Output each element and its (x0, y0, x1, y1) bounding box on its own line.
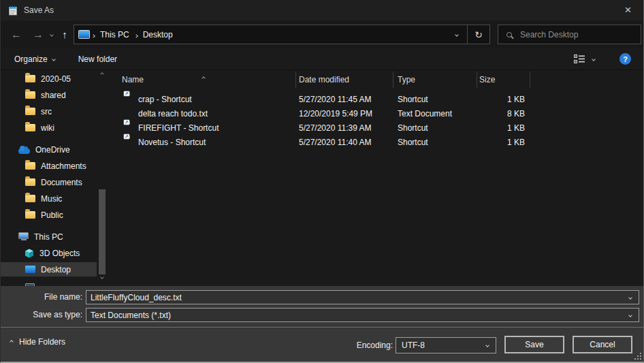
encoding-select[interactable]: UTF-8 (396, 337, 496, 353)
sidebar-item-attachments[interactable]: Attachments (1, 159, 97, 173)
details-view-icon[interactable] (574, 54, 585, 63)
breadcrumb-desktop[interactable]: Desktop (140, 30, 176, 40)
desktop-monitor-icon (25, 266, 35, 273)
toolbar-right-group: ? (574, 53, 631, 65)
sidebar-item-shared[interactable]: shared (1, 88, 97, 102)
new-folder-button[interactable]: New folder (78, 54, 117, 64)
chevron-down-icon[interactable] (479, 344, 496, 347)
sidebar-scrollbar-thumb[interactable] (99, 189, 106, 274)
resize-grip[interactable] (634, 352, 643, 360)
file-row-novetus-shortcut[interactable]: ↗ Novetus - Shortcut 5/27/2020 11:40 AM … (110, 136, 644, 150)
breadcrumb-this-pc[interactable]: This PC (97, 30, 132, 40)
sidebar-item-label: shared (41, 91, 66, 100)
sidebar-item-label: wiki (41, 123, 54, 133)
address-bar[interactable]: This PC Desktop ↻ (74, 25, 490, 44)
sidebar-item-documents[interactable]: Documents (1, 175, 97, 189)
save-button-label: Save (525, 340, 543, 349)
file-type: Text Document (398, 107, 452, 121)
chevron-down-icon (50, 33, 54, 37)
file-type: Shortcut (398, 93, 428, 107)
footer-divider (1, 327, 643, 328)
sidebar-item-2020-05[interactable]: 2020-05 (1, 72, 97, 86)
sidebar-item-public[interactable]: Public (1, 208, 97, 222)
file-type: Shortcut (398, 136, 428, 150)
sidebar-item-wiki[interactable]: wiki (1, 121, 97, 135)
file-row-firefight-shortcut[interactable]: ↗ FIREFIGHT - Shortcut 5/27/2020 11:39 A… (110, 121, 644, 136)
save-as-type-select[interactable]: Text Documents (*.txt) (86, 308, 639, 322)
sidebar-item-label: Documents (41, 178, 82, 187)
search-input[interactable] (520, 30, 629, 40)
notepad-app-icon (7, 5, 18, 16)
computer-icon (18, 232, 29, 239)
close-button[interactable]: × (613, 0, 643, 20)
forward-icon: → (33, 29, 44, 41)
back-button[interactable]: ← (6, 20, 27, 48)
file-list: Name Date modified Type Size ↗ crap - Sh… (110, 70, 644, 286)
organize-button[interactable]: Organize (14, 54, 55, 64)
sidebar-item-src[interactable]: src (1, 104, 97, 119)
folder-icon (25, 162, 35, 170)
folder-icon (25, 195, 35, 202)
title-bar: Save As × (1, 0, 643, 20)
encoding-value: UTF-8 (396, 341, 479, 350)
navigation-pane: 2020-05 shared src wiki OneDrive Attachm… (1, 70, 110, 286)
navigation-bar: ← → ↑ This PC Desktop ↻ (1, 20, 643, 48)
sidebar-item-3d-objects[interactable]: 3D Objects (1, 246, 97, 260)
help-icon: ? (623, 55, 628, 63)
sidebar-item-label: Attachments (41, 161, 86, 171)
sidebar-item-music[interactable]: Music (1, 191, 97, 206)
refresh-button[interactable]: ↻ (468, 25, 489, 44)
sidebar-item-onedrive[interactable]: OneDrive (1, 142, 97, 157)
column-header-name[interactable]: Name (122, 72, 144, 88)
column-header-date-modified[interactable]: Date modified (299, 72, 349, 88)
back-icon: ← (11, 29, 22, 41)
sidebar-item-label: Music (41, 194, 62, 204)
file-name: Novetus - Shortcut (138, 136, 206, 150)
file-date: 5/27/2020 11:40 AM (299, 136, 372, 150)
sidebar-item-partial[interactable] (1, 280, 97, 286)
up-button[interactable]: ↑ (57, 20, 73, 48)
search-box[interactable] (498, 25, 641, 44)
save-as-type-label: Save as type: (1, 308, 82, 322)
file-date: 5/27/2020 11:45 AM (299, 93, 372, 107)
column-divider[interactable] (530, 72, 530, 88)
refresh-icon: ↻ (474, 29, 483, 40)
file-name-combobox[interactable] (86, 290, 639, 304)
file-size: 1 KB (450, 136, 525, 150)
column-divider[interactable] (295, 72, 296, 88)
sidebar-scroll-down-button[interactable] (98, 276, 106, 279)
address-dropdown-button[interactable] (447, 25, 467, 44)
file-type: Shortcut (398, 121, 428, 136)
sidebar-item-desktop[interactable]: Desktop (1, 262, 97, 277)
hide-folders-label: Hide Folders (19, 337, 65, 347)
file-size: 8 KB (450, 107, 525, 121)
help-button[interactable]: ? (619, 53, 631, 65)
column-header-size[interactable]: Size (479, 72, 495, 88)
sidebar-item-label: 3D Objects (39, 249, 80, 258)
chevron-down-icon (100, 275, 104, 279)
file-name: delta reach todo.txt (138, 107, 208, 121)
save-button[interactable]: Save (504, 336, 564, 353)
folder-icon (25, 211, 35, 219)
sidebar-scroll-up-button[interactable] (98, 73, 106, 76)
cancel-button-label: Cancel (590, 340, 615, 349)
up-icon: ↑ (62, 29, 67, 40)
folder-icon (25, 75, 35, 82)
encoding-label: Encoding: (287, 337, 393, 353)
column-divider[interactable] (477, 72, 477, 88)
save-as-type-value: Text Documents (*.txt) (86, 311, 622, 320)
chevron-down-icon[interactable] (622, 314, 639, 317)
view-options-chevron-icon[interactable] (592, 57, 596, 61)
column-divider[interactable] (393, 72, 393, 88)
shortcut-arrow-icon: ↗ (124, 134, 129, 140)
hide-folders-button[interactable]: Hide Folders (10, 334, 65, 350)
chevron-down-icon[interactable] (622, 296, 639, 299)
file-name-input[interactable] (86, 293, 622, 302)
cancel-button[interactable]: Cancel (573, 336, 632, 353)
file-row-crap-shortcut[interactable]: ↗ crap - Shortcut 5/27/2020 11:45 AM Sho… (110, 93, 644, 107)
file-row-delta-reach-todo[interactable]: delta reach todo.txt 12/20/2019 5:49 PM … (110, 107, 644, 121)
folder-icon (25, 178, 35, 186)
sidebar-item-label: src (41, 107, 52, 116)
sidebar-item-this-pc[interactable]: This PC (1, 230, 97, 244)
column-header-type[interactable]: Type (398, 72, 415, 88)
